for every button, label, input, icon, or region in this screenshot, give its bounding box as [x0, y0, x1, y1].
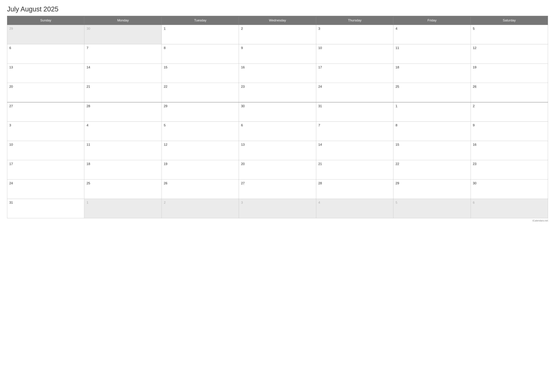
calendar-day-cell[interactable]: 29 — [394, 179, 471, 199]
calendar-day-cell[interactable]: 4 — [316, 199, 393, 218]
calendar-day-cell[interactable]: 22 — [394, 160, 471, 179]
calendar-day-cell[interactable]: 15 — [161, 64, 239, 83]
calendar-day-cell[interactable]: 5 — [161, 121, 239, 141]
calendar-day-cell[interactable]: 19 — [471, 64, 548, 83]
calendar-day-cell[interactable]: 24 — [316, 83, 393, 102]
calendar-day-cell[interactable]: 14 — [84, 64, 161, 83]
calendar-day-cell[interactable]: 17 — [316, 64, 393, 83]
calendar-day-cell[interactable]: 10 — [7, 141, 84, 160]
calendar-day-cell[interactable]: 20 — [239, 160, 316, 179]
calendar-day-cell[interactable]: 4 — [394, 25, 471, 44]
calendar-day-cell[interactable]: 5 — [471, 25, 548, 44]
calendar-day-cell[interactable]: 9 — [471, 121, 548, 141]
calendar-day-cell[interactable]: 14 — [316, 141, 393, 160]
calendar-day-cell[interactable]: 1 — [84, 199, 161, 218]
calendar-day-cell[interactable]: 10 — [316, 44, 393, 64]
calendar-table: SundayMondayTuesdayWednesdayThursdayFrid… — [7, 16, 548, 218]
calendar-day-cell[interactable]: 20 — [7, 83, 84, 102]
calendar-day-cell[interactable]: 30 — [84, 25, 161, 44]
calendar-day-cell[interactable]: 11 — [84, 141, 161, 160]
calendar-week-row: 20212223242526 — [7, 83, 548, 102]
weekday-header-friday: Friday — [394, 16, 471, 25]
calendar-day-cell[interactable]: 2 — [239, 25, 316, 44]
calendar-day-cell[interactable]: 29 — [7, 25, 84, 44]
calendar-day-cell[interactable]: 2 — [471, 102, 548, 121]
calendar-day-cell[interactable]: 28 — [84, 102, 161, 121]
calendar-week-row: 10111213141516 — [7, 141, 548, 160]
calendar-day-cell[interactable]: 27 — [239, 179, 316, 199]
weekday-header-sunday: Sunday — [7, 16, 84, 25]
calendar-day-cell[interactable]: 24 — [7, 179, 84, 199]
calendar-day-cell[interactable]: 29 — [161, 102, 239, 121]
calendar-week-row: 272829303112 — [7, 102, 548, 121]
page-title: July August 2025 — [7, 5, 548, 13]
calendar-day-cell[interactable]: 30 — [239, 102, 316, 121]
calendar-day-cell[interactable]: 1 — [394, 102, 471, 121]
calendar-week-row: 3456789 — [7, 121, 548, 141]
weekday-header-saturday: Saturday — [471, 16, 548, 25]
calendar-day-cell[interactable]: 18 — [84, 160, 161, 179]
calendar-day-cell[interactable]: 9 — [239, 44, 316, 64]
calendar-day-cell[interactable]: 3 — [7, 121, 84, 141]
calendar-day-cell[interactable]: 27 — [7, 102, 84, 121]
calendar-week-row: 6789101112 — [7, 44, 548, 64]
weekday-header-tuesday: Tuesday — [161, 16, 239, 25]
calendar-day-cell[interactable]: 18 — [394, 64, 471, 83]
calendar-week-row: 17181920212223 — [7, 160, 548, 179]
calendar-day-cell[interactable]: 28 — [316, 179, 393, 199]
calendar-day-cell[interactable]: 26 — [161, 179, 239, 199]
calendar-day-cell[interactable]: 23 — [471, 160, 548, 179]
footer: iCalendars.net — [7, 219, 548, 222]
calendar-day-cell[interactable]: 13 — [239, 141, 316, 160]
calendar-day-cell[interactable]: 16 — [471, 141, 548, 160]
calendar-day-cell[interactable]: 22 — [161, 83, 239, 102]
calendar-day-cell[interactable]: 31 — [316, 102, 393, 121]
calendar-day-cell[interactable]: 8 — [161, 44, 239, 64]
calendar-week-row: 13141516171819 — [7, 64, 548, 83]
calendar-day-cell[interactable]: 25 — [394, 83, 471, 102]
calendar-day-cell[interactable]: 11 — [394, 44, 471, 64]
weekday-header-row: SundayMondayTuesdayWednesdayThursdayFrid… — [7, 16, 548, 25]
calendar-week-row: 24252627282930 — [7, 179, 548, 199]
calendar-day-cell[interactable]: 17 — [7, 160, 84, 179]
calendar-day-cell[interactable]: 26 — [471, 83, 548, 102]
calendar-week-row: 293012345 — [7, 25, 548, 44]
footer-text: iCalendars.net — [533, 219, 548, 222]
calendar-day-cell[interactable]: 12 — [161, 141, 239, 160]
calendar-day-cell[interactable]: 2 — [161, 199, 239, 218]
calendar-day-cell[interactable]: 6 — [239, 121, 316, 141]
calendar-day-cell[interactable]: 23 — [239, 83, 316, 102]
calendar-day-cell[interactable]: 21 — [84, 83, 161, 102]
calendar-week-row: 31123456 — [7, 199, 548, 218]
calendar-day-cell[interactable]: 21 — [316, 160, 393, 179]
calendar-day-cell[interactable]: 3 — [239, 199, 316, 218]
weekday-header-monday: Monday — [84, 16, 161, 25]
calendar-day-cell[interactable]: 6 — [7, 44, 84, 64]
calendar-day-cell[interactable]: 30 — [471, 179, 548, 199]
calendar-day-cell[interactable]: 1 — [161, 25, 239, 44]
calendar-day-cell[interactable]: 5 — [394, 199, 471, 218]
calendar-day-cell[interactable]: 13 — [7, 64, 84, 83]
calendar-day-cell[interactable]: 25 — [84, 179, 161, 199]
calendar-day-cell[interactable]: 19 — [161, 160, 239, 179]
calendar-day-cell[interactable]: 7 — [316, 121, 393, 141]
calendar-day-cell[interactable]: 15 — [394, 141, 471, 160]
calendar-day-cell[interactable]: 6 — [471, 199, 548, 218]
calendar-day-cell[interactable]: 7 — [84, 44, 161, 64]
calendar-day-cell[interactable]: 3 — [316, 25, 393, 44]
calendar-day-cell[interactable]: 4 — [84, 121, 161, 141]
weekday-header-thursday: Thursday — [316, 16, 393, 25]
calendar-day-cell[interactable]: 16 — [239, 64, 316, 83]
calendar-day-cell[interactable]: 8 — [394, 121, 471, 141]
calendar-day-cell[interactable]: 12 — [471, 44, 548, 64]
calendar-day-cell[interactable]: 31 — [7, 199, 84, 218]
weekday-header-wednesday: Wednesday — [239, 16, 316, 25]
